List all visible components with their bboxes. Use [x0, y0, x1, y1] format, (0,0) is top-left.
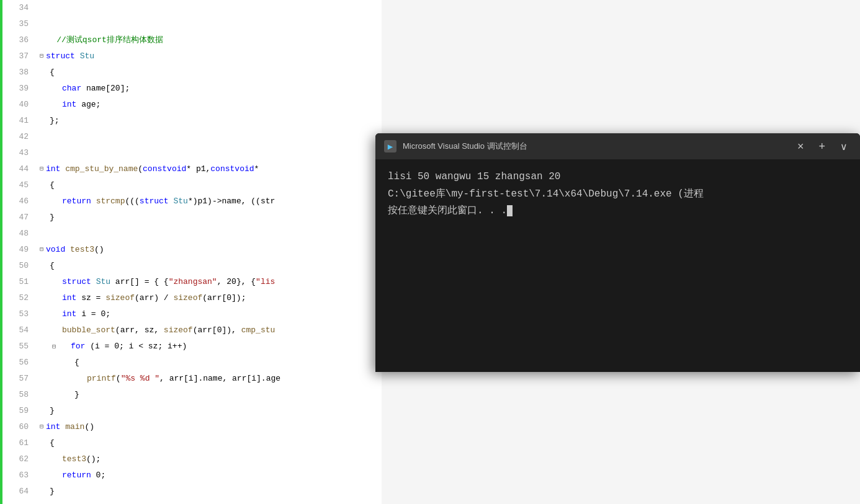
code-line-49: ⊟ void test3() — [37, 242, 382, 258]
terminal-window: ▶ Microsoft Visual Studio 调试控制台 × + ∨ li… — [375, 133, 860, 372]
code-line-44: ⊟ int cmp_stu_by_name(const void* p1, co… — [37, 161, 382, 177]
code-line-56: { — [37, 355, 382, 371]
code-line-61: { — [37, 435, 382, 451]
terminal-close-button[interactable]: × — [794, 139, 808, 154]
terminal-body: lisi 50 wangwu 15 zhangsan 20 C:\gitee库\… — [375, 159, 860, 372]
code-line-53: int i = 0; — [37, 306, 382, 322]
code-line-50: { — [37, 258, 382, 274]
fold-icon-44[interactable]: ⊟ — [37, 165, 46, 174]
code-line-46: return strcmp(((struct Stu*)p1)->name, (… — [37, 193, 382, 210]
terminal-new-tab-button[interactable]: + — [815, 139, 829, 154]
code-line-43 — [37, 145, 382, 161]
code-line-57: printf("%s %d ", arr[i].name, arr[i].age — [37, 371, 382, 387]
terminal-cursor — [507, 205, 513, 216]
code-line-58: } — [37, 387, 382, 403]
fold-icon-37[interactable]: ⊟ — [37, 52, 46, 61]
fold-icon-49[interactable]: ⊟ — [37, 245, 46, 254]
line-numbers: 34 35 36 37 38 39 40 41 42 43 44 45 46 4… — [2, 0, 34, 504]
code-line-51: struct Stu arr[] = { {"zhangsan", 20}, {… — [37, 274, 382, 290]
code-line-36: //测试qsort排序结构体数据 — [37, 32, 382, 48]
code-line-45: { — [37, 177, 382, 193]
code-line-34 — [37, 0, 382, 16]
code-line-47: } — [37, 210, 382, 226]
code-line-64: } — [37, 484, 382, 500]
fold-icon-60[interactable]: ⊟ — [37, 423, 46, 431]
terminal-chevron-button[interactable]: ∨ — [836, 139, 851, 154]
terminal-app-icon: ▶ — [384, 140, 396, 153]
code-line-40: int age; — [37, 97, 382, 113]
terminal-output-line1: lisi 50 wangwu 15 zhangsan 20 — [388, 169, 848, 185]
comment-text: //测试qsort排序结构体数据 — [37, 32, 163, 48]
terminal-controls: × + ∨ — [794, 139, 851, 154]
terminal-title: Microsoft Visual Studio 调试控制台 — [403, 141, 794, 152]
code-line-55: ⊟ for (i = 0; i < sz; i++) — [37, 338, 382, 355]
terminal-titlebar: ▶ Microsoft Visual Studio 调试控制台 × + ∨ — [375, 133, 860, 159]
code-line-35 — [37, 16, 382, 32]
terminal-output-line2: C:\gitee库\my-first-test\7.14\x64\Debug\7… — [388, 187, 848, 203]
code-line-62: test3(); — [37, 451, 382, 467]
code-line-54: bubble_sort(arr, sz, sizeof(arr[0]), cmp… — [37, 322, 382, 338]
fold-icon-55[interactable]: ⊟ — [50, 343, 58, 351]
code-line-37: ⊟ struct Stu — [37, 48, 382, 64]
terminal-output-line3: 按任意键关闭此窗口. . . — [388, 203, 848, 219]
code-content: //测试qsort排序结构体数据 ⊟ struct Stu { char nam… — [34, 0, 382, 504]
code-line-39: char name[20]; — [37, 81, 382, 97]
code-line-38: { — [37, 64, 382, 81]
code-line-48 — [37, 226, 382, 242]
code-line-63: return 0; — [37, 467, 382, 484]
code-line-41: }; — [37, 113, 382, 129]
code-line-42 — [37, 129, 382, 145]
code-line-60: ⊟ int main() — [37, 419, 382, 435]
code-line-52: int sz = sizeof(arr) / sizeof(arr[0]); — [37, 290, 382, 306]
code-line-59: } — [37, 403, 382, 419]
